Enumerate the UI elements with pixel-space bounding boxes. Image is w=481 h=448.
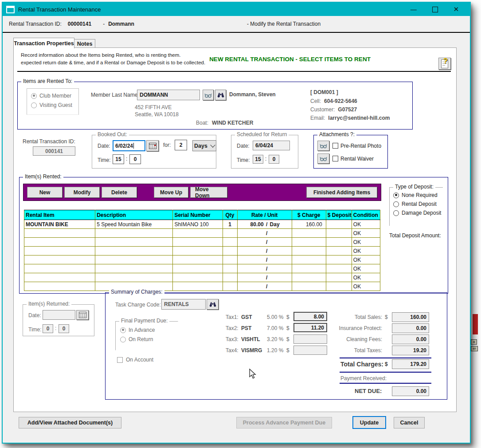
booked-minute-input[interactable]: 0 xyxy=(129,154,141,164)
cell-deposit[interactable] xyxy=(326,229,352,238)
cell-rental-item[interactable] xyxy=(24,247,95,255)
cell-description[interactable] xyxy=(95,264,173,273)
returned-date-input[interactable] xyxy=(43,310,75,320)
title-bar[interactable]: Rental Transaction Maintenance — ✕ xyxy=(3,3,470,16)
cell-serial[interactable] xyxy=(173,255,223,264)
close-button[interactable]: ✕ xyxy=(451,4,461,14)
radio-in-advance[interactable]: In Advance xyxy=(120,327,178,333)
cell-rental-item[interactable] xyxy=(24,229,95,238)
cell-qty[interactable] xyxy=(223,229,237,238)
new-button[interactable]: New xyxy=(27,187,63,198)
cell-description[interactable] xyxy=(95,247,173,255)
tax-amount-input[interactable] xyxy=(293,346,327,355)
finished-adding-items-button[interactable]: Finished Adding Items xyxy=(306,187,377,198)
cell-condition[interactable]: OK xyxy=(352,220,380,229)
table-row[interactable]: / OK xyxy=(24,255,380,264)
cell-condition[interactable]: OK xyxy=(352,255,380,264)
cell-condition[interactable]: OK xyxy=(352,282,380,291)
cell-condition[interactable]: OK xyxy=(352,264,380,273)
cell-deposit[interactable] xyxy=(326,238,352,247)
cancel-button[interactable]: Cancel xyxy=(394,417,425,428)
cell-rental-item[interactable]: MOUNTAIN BIKE xyxy=(24,220,95,229)
booked-hour-input[interactable]: 15 xyxy=(113,154,124,164)
radio-rental-deposit[interactable]: Rental Deposit xyxy=(393,201,443,207)
cell-charge[interactable] xyxy=(292,282,326,291)
cell-rental-item[interactable] xyxy=(24,282,95,291)
rental-waiver-checkbox[interactable] xyxy=(332,156,338,161)
table-row[interactable]: / OK xyxy=(24,273,380,282)
delete-button[interactable]: Delete xyxy=(102,187,137,198)
cell-qty[interactable] xyxy=(223,247,237,255)
cell-qty[interactable] xyxy=(223,273,237,282)
cell-condition[interactable]: OK xyxy=(352,273,380,282)
move-down-button[interactable]: Move Down xyxy=(190,187,227,198)
returned-date-calendar-button[interactable] xyxy=(76,310,89,320)
cell-rental-item[interactable] xyxy=(24,273,95,282)
lookup-glasses-button[interactable] xyxy=(203,90,214,100)
table-row[interactable]: / OK xyxy=(24,238,380,247)
radio-on-return[interactable]: On Return xyxy=(120,336,178,342)
duration-unit-select[interactable]: Days xyxy=(192,140,216,151)
col-qty[interactable]: Qty xyxy=(223,210,237,220)
cell-deposit[interactable] xyxy=(326,282,352,291)
radio-club-member[interactable]: Club Member xyxy=(31,93,78,99)
cell-description[interactable] xyxy=(95,255,173,264)
cell-condition[interactable]: OK xyxy=(352,229,380,238)
cell-qty[interactable] xyxy=(223,238,237,247)
cell-description[interactable] xyxy=(95,229,173,238)
radio-visiting-guest[interactable]: Visiting Guest xyxy=(31,102,78,108)
process-advance-payment-button[interactable]: Process Advance Payment Due xyxy=(236,417,332,428)
help-button[interactable]: ? xyxy=(438,58,451,70)
tab-transaction-properties[interactable]: Transaction Properties xyxy=(13,38,74,48)
cell-qty[interactable] xyxy=(223,255,237,264)
cell-charge[interactable] xyxy=(292,229,326,238)
table-row[interactable]: / OK xyxy=(24,282,380,291)
cell-qty[interactable] xyxy=(223,282,237,291)
booked-date-input[interactable]: 6/02/24 xyxy=(113,140,145,151)
col-charge[interactable]: $ Charge xyxy=(292,210,326,220)
cell-serial[interactable] xyxy=(173,229,223,238)
table-row[interactable]: / OK xyxy=(24,229,380,238)
cell-serial[interactable] xyxy=(173,238,223,247)
move-up-button[interactable]: Move Up xyxy=(154,187,188,198)
cell-rental-item[interactable] xyxy=(24,238,95,247)
col-rate-unit[interactable]: Rate / Unit xyxy=(237,210,292,220)
cell-charge[interactable] xyxy=(292,264,326,273)
task-charge-search-button[interactable] xyxy=(207,299,219,310)
cell-deposit[interactable] xyxy=(326,255,352,264)
view-waiver-button[interactable] xyxy=(317,153,329,164)
cell-description[interactable]: 5 Speed Mountain Bike xyxy=(95,220,173,229)
table-row[interactable]: MOUNTAIN BIKE 5 Speed Mountain Bike ShIM… xyxy=(24,220,380,229)
table-row[interactable]: / OK xyxy=(24,247,380,255)
tax-amount-input[interactable]: 11.20 xyxy=(293,323,327,332)
col-serial-number[interactable]: Serial Number xyxy=(173,210,223,220)
cell-deposit[interactable] xyxy=(326,247,352,255)
col-rental-item[interactable]: Rental Item xyxy=(24,210,95,220)
pre-rental-photo-checkbox[interactable] xyxy=(332,143,338,149)
cell-charge[interactable] xyxy=(292,255,326,264)
member-last-name-input[interactable]: DOMMANN xyxy=(137,90,200,100)
tax-amount-input[interactable]: 8.00 xyxy=(293,312,327,321)
maximize-button[interactable] xyxy=(430,4,440,14)
cell-qty[interactable]: 1 xyxy=(223,220,237,229)
modify-button[interactable]: Modify xyxy=(64,187,100,198)
cell-charge[interactable] xyxy=(292,273,326,282)
cell-description[interactable] xyxy=(95,238,173,247)
on-account-checkbox-row[interactable]: On Account xyxy=(117,357,153,363)
col-description[interactable]: Description xyxy=(95,210,173,220)
cell-deposit[interactable] xyxy=(326,220,352,229)
cell-serial[interactable] xyxy=(173,247,223,255)
add-view-documents-button[interactable]: Add/View Attached Document(s) xyxy=(19,417,121,428)
search-binoculars-button[interactable] xyxy=(215,90,226,100)
cell-serial[interactable] xyxy=(173,282,223,291)
cell-charge[interactable]: 160.00 xyxy=(292,220,326,229)
radio-none-required[interactable]: None Required xyxy=(393,192,443,198)
duration-input[interactable]: 2 xyxy=(175,140,187,150)
booked-date-calendar-button[interactable] xyxy=(146,140,159,151)
on-account-checkbox[interactable] xyxy=(117,357,123,363)
minimize-button[interactable]: — xyxy=(409,4,418,14)
cell-serial[interactable] xyxy=(173,273,223,282)
cell-serial[interactable] xyxy=(173,264,223,273)
update-button[interactable]: Update xyxy=(352,416,386,429)
cell-qty[interactable] xyxy=(223,264,237,273)
